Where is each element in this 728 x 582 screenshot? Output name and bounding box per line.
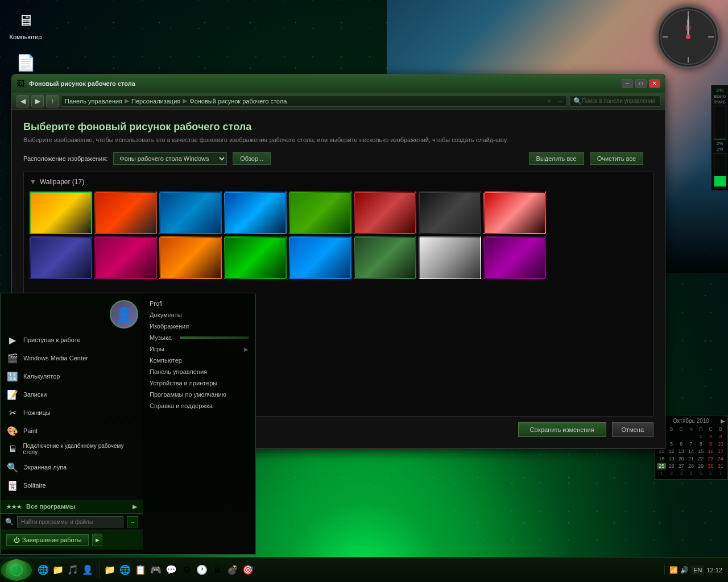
taskbar-app-7[interactable]: 🖥: [210, 563, 225, 577]
wallpaper-thumb-15[interactable]: [419, 236, 481, 279]
taskbar-app-1[interactable]: 🌐: [118, 563, 133, 577]
wallpaper-thumb-12[interactable]: [224, 236, 287, 279]
computer-right-label: Компьютер: [150, 357, 182, 364]
start-right-help[interactable]: Справка и поддержка: [145, 400, 253, 411]
total-val: 95MB: [713, 99, 727, 105]
shutdown-arrow-button[interactable]: ▶: [92, 534, 102, 546]
start-right-computer[interactable]: Компьютер: [145, 355, 253, 366]
taskbar-quicklaunch: 🌐 📁 🎵 👤: [34, 563, 97, 577]
wallpaper-thumb-2[interactable]: [94, 192, 157, 234]
notes-label: Записки: [23, 391, 47, 398]
wallpaper-thumb-5[interactable]: [289, 192, 351, 234]
tray-sound[interactable]: 🔊: [680, 566, 689, 574]
browse-button[interactable]: Обзор...: [233, 152, 271, 165]
quicklaunch-folder[interactable]: 📁: [51, 563, 65, 577]
defaults-label: Программы по умолчанию: [150, 391, 226, 398]
wallpaper-thumb-13[interactable]: [289, 236, 351, 279]
wallpaper-thumb-8[interactable]: [483, 192, 546, 234]
start-item-notes[interactable]: 📝 Записки: [1, 385, 143, 404]
clear-button[interactable]: Очистить все: [590, 152, 643, 165]
section-title: Wallpaper (17): [40, 178, 84, 186]
start-search-button[interactable]: →: [127, 516, 138, 527]
nav-path-personalization[interactable]: Персонализация: [131, 98, 180, 105]
start-button[interactable]: [1, 560, 32, 580]
calendar-header: ◀ Октябрь 2010 ▶: [657, 418, 725, 424]
cancel-button[interactable]: Отмена: [612, 422, 653, 437]
start-right-profi[interactable]: Profi: [145, 298, 253, 309]
tray-network[interactable]: 📶: [669, 566, 678, 574]
taskbar-app-3[interactable]: 🎮: [148, 563, 163, 577]
taskbar-app-5[interactable]: ⚙: [179, 563, 194, 577]
cal-next[interactable]: ▶: [721, 418, 725, 424]
start-right-games[interactable]: Игры ▶: [145, 343, 253, 355]
all-programs-label: Все программы: [26, 503, 75, 510]
start-item-wmc[interactable]: 🎬 Windows Media Center: [1, 349, 143, 367]
nav-path-home[interactable]: Панель управления: [65, 98, 122, 105]
wallpaper-thumb-14[interactable]: [354, 236, 416, 279]
start-item-calc[interactable]: 🔢 Калькулятор: [1, 367, 143, 385]
quicklaunch-media[interactable]: 🎵: [66, 563, 80, 577]
wallpaper-thumb-10[interactable]: [94, 236, 157, 279]
tray-language[interactable]: EN: [691, 566, 704, 575]
back-button[interactable]: ◀: [16, 95, 29, 107]
wallpaper-thumb-6[interactable]: [354, 192, 416, 234]
start-item-remote[interactable]: 🖥 Подключение к удалённому рабочему стол…: [1, 440, 143, 458]
taskbar: 🌐 📁 🎵 👤 📁 🌐 📋 🎮 💬 ⚙ 🕐 🖥 💣 🎯 📶 🔊: [0, 557, 728, 582]
nav-path-wallpaper[interactable]: Фоновый рисунок рабочего стола: [189, 98, 287, 105]
window-controls: ─ □ ✕: [622, 79, 660, 88]
taskbar-app-8[interactable]: 💣: [225, 563, 240, 577]
start-item-solitaire[interactable]: 🃏 Solitaire: [1, 476, 143, 494]
cal-month-year: Октябрь 2010: [673, 418, 709, 424]
nav-search[interactable]: 🔍 Поиск в панели управления: [569, 95, 660, 107]
shutdown-button[interactable]: ⏻ Завершение работы: [6, 534, 89, 546]
start-search-input[interactable]: [17, 516, 123, 527]
wallpaper-thumb-3[interactable]: [159, 192, 222, 234]
close-button[interactable]: ✕: [649, 79, 660, 88]
paint-label: Paint: [23, 427, 38, 434]
all-programs-item[interactable]: ★★★ Все программы ▶: [1, 500, 143, 513]
solitaire-label: Solitaire: [23, 482, 46, 489]
wallpaper-thumb-7[interactable]: [419, 192, 481, 234]
taskbar-app-2[interactable]: 📋: [133, 563, 148, 577]
start-right-music[interactable]: Музыка: [145, 332, 253, 343]
profi-label: Profi: [150, 300, 163, 307]
start-right-devices[interactable]: Устройства и принтеры: [145, 377, 253, 389]
notes-icon: 📝: [6, 388, 19, 401]
taskbar-app-0[interactable]: 📁: [102, 563, 117, 577]
svg-rect-12: [13, 571, 16, 573]
quicklaunch-ie[interactable]: 🌐: [36, 563, 50, 577]
start-item-scissors[interactable]: ✂ Ножницы: [1, 404, 143, 422]
wallpaper-thumb-4[interactable]: [224, 192, 287, 234]
cpu-bar-fill: [714, 139, 726, 139]
desktop-icon-computer[interactable]: 🖥 Компьютер: [6, 9, 46, 40]
save-button[interactable]: Сохранить изменения: [518, 422, 606, 437]
select-all-button[interactable]: Выделить все: [529, 152, 584, 165]
start-right-control[interactable]: Панель управления: [145, 366, 253, 377]
start-right-defaults[interactable]: Программы по умолчанию: [145, 389, 253, 400]
up-button[interactable]: ↑: [46, 95, 59, 107]
svg-rect-11: [17, 567, 20, 570]
maximize-button[interactable]: □: [635, 79, 647, 88]
wallpaper-thumb-11[interactable]: [159, 236, 222, 279]
start-item-magnifier[interactable]: 🔍 Экранная лупа: [1, 458, 143, 476]
start-item-work[interactable]: ▶ Приступая к работе: [1, 331, 143, 349]
forward-button[interactable]: ▶: [31, 95, 44, 107]
calc-icon: 🔢: [6, 370, 19, 383]
start-right-images[interactable]: Изображения: [145, 321, 253, 332]
start-right-documents[interactable]: Документы: [145, 309, 253, 321]
svg-rect-10: [13, 567, 16, 570]
wallpaper-thumb-9[interactable]: [30, 236, 92, 279]
devices-label: Устройства и принтеры: [150, 380, 217, 386]
taskbar-app-9[interactable]: 🎯: [241, 563, 255, 577]
search-placeholder: Поиск в панели управления: [582, 98, 655, 104]
taskbar-app-4[interactable]: 💬: [164, 563, 179, 577]
start-item-paint[interactable]: 🎨 Paint: [1, 422, 143, 440]
scissors-label: Ножницы: [23, 409, 51, 416]
wallpaper-thumb-16[interactable]: [483, 236, 546, 279]
location-select[interactable]: Фоны рабочего стола Windows: [113, 152, 227, 165]
wallpaper-thumb-1[interactable]: [30, 192, 92, 234]
minimize-button[interactable]: ─: [622, 79, 633, 88]
taskbar-app-6[interactable]: 🕐: [195, 563, 209, 577]
quicklaunch-user[interactable]: 👤: [81, 563, 94, 577]
taskbar-apps-group: 📁 🌐 📋 🎮 💬 ⚙ 🕐 🖥 💣 🎯: [100, 562, 258, 579]
